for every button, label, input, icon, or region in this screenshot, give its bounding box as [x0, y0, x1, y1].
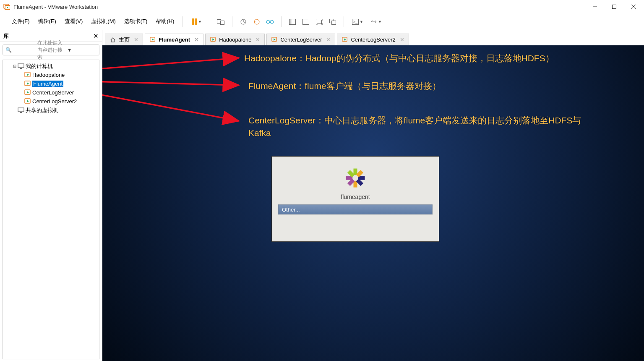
vm-icon	[24, 72, 31, 78]
pause-vm-button[interactable]: ▼	[187, 15, 206, 29]
annotation-flumeagent: FlumeAgent：flume客户端（与日志服务器对接）	[248, 80, 441, 92]
stretch-guest-button[interactable]: ▼	[367, 15, 385, 29]
svg-line-47	[102, 81, 239, 85]
svg-marker-40	[212, 38, 214, 40]
centos-other-user-button[interactable]: Other...	[278, 204, 433, 215]
vm-icon	[24, 89, 31, 96]
svg-rect-26	[20, 68, 22, 69]
menu-view[interactable]: 查看(V)	[60, 16, 87, 27]
svg-point-14	[266, 20, 270, 24]
close-tab-button[interactable]: ✕	[134, 37, 138, 43]
fullscreen-button[interactable]	[313, 15, 326, 29]
computer-icon	[17, 63, 25, 70]
tab-centerlogserver2[interactable]: CenterLogServer2 ✕	[337, 34, 409, 45]
tree-node-shared[interactable]: 共享的虚拟机	[5, 106, 97, 115]
centos-hostname: flumeagent	[341, 194, 370, 200]
close-tab-button[interactable]: ✕	[400, 37, 404, 43]
take-snapshot-button[interactable]	[237, 15, 250, 29]
show-single-button[interactable]	[299, 15, 313, 29]
svg-rect-35	[18, 108, 24, 112]
annotation-hadoopalone: Hadoopalone：Hadoop的伪分布式（与中心日志服务器对接，日志落地H…	[244, 52, 554, 65]
svg-marker-34	[27, 100, 29, 102]
svg-rect-19	[303, 19, 309, 24]
svg-marker-28	[27, 73, 29, 76]
tab-home[interactable]: 主页 ✕	[105, 34, 143, 45]
sidebar-search-input[interactable]: 🔍 在此处键入内容进行搜索 ▼	[3, 44, 99, 55]
svg-rect-5	[613, 5, 616, 9]
tree-node-my-computer[interactable]: ⊟ 我的计算机	[5, 62, 97, 71]
svg-rect-8	[192, 18, 194, 25]
minimize-button[interactable]	[585, 0, 605, 13]
vm-icon	[24, 81, 31, 87]
vm-console[interactable]: Hadoopalone：Hadoop的伪分布式（与中心日志服务器对接，日志落地H…	[102, 45, 644, 361]
svg-rect-25	[18, 64, 24, 68]
app-icon	[3, 3, 10, 10]
sidebar-close-button[interactable]: ✕	[93, 32, 99, 40]
library-sidebar: 库 ✕ 🔍 在此处键入内容进行搜索 ▼ ⊟ 我的计算机 Hadoopalone …	[0, 30, 102, 361]
tree-node-vm[interactable]: Hadoopalone	[5, 71, 97, 79]
svg-text:>_: >_	[353, 20, 358, 24]
svg-rect-22	[332, 21, 336, 24]
send-ctrlaltdel-button[interactable]	[214, 15, 228, 29]
shared-vm-icon	[17, 107, 25, 114]
manage-snapshot-button[interactable]	[263, 15, 277, 29]
main-area: 主页 ✕ FlumeAgent ✕ Hadoopalone ✕ CenterLo…	[102, 30, 644, 361]
tab-hadoopalone[interactable]: Hadoopalone ✕	[205, 34, 265, 45]
search-icon: 🔍	[5, 47, 35, 53]
vm-icon	[149, 37, 156, 43]
close-tab-button[interactable]: ✕	[256, 37, 260, 43]
home-icon	[110, 37, 116, 43]
svg-marker-38	[152, 38, 154, 40]
tree-node-vm[interactable]: FlumeAgent	[5, 79, 97, 88]
svg-rect-36	[20, 112, 22, 113]
close-tab-button[interactable]: ✕	[326, 37, 331, 43]
svg-line-48	[102, 91, 239, 121]
svg-rect-9	[195, 18, 197, 25]
window-title: FlumeAgent - VMware Workstation	[13, 4, 585, 10]
menu-help[interactable]: 帮助(H)	[151, 16, 178, 27]
vm-icon	[24, 98, 31, 105]
main-toolbar: 文件(F) 编辑(E) 查看(V) 虚拟机(M) 选项卡(T) 帮助(H) ▼ …	[0, 13, 644, 30]
separator	[344, 16, 344, 27]
sidebar-title: 库	[3, 32, 93, 40]
tab-flumeagent[interactable]: FlumeAgent ✕	[145, 34, 203, 45]
separator	[232, 16, 232, 27]
centos-logo-icon	[344, 167, 367, 189]
svg-rect-11	[221, 21, 224, 24]
menu-edit[interactable]: 编辑(E)	[34, 16, 60, 27]
svg-marker-30	[27, 82, 29, 85]
vm-icon	[210, 37, 216, 43]
unity-button[interactable]	[326, 15, 339, 29]
search-placeholder: 在此处键入内容进行搜索	[37, 39, 67, 61]
library-tree: ⊟ 我的计算机 Hadoopalone FlumeAgent CenterLog…	[3, 60, 99, 359]
svg-rect-20	[317, 20, 322, 24]
tab-centerlogserver[interactable]: CenterLogServer ✕	[266, 34, 335, 45]
console-view-button[interactable]: >_▼	[348, 15, 367, 29]
separator	[210, 16, 210, 27]
svg-rect-18	[289, 19, 292, 24]
close-button[interactable]	[624, 0, 643, 13]
tree-node-vm[interactable]: CenterLogServer2	[5, 97, 97, 106]
revert-snapshot-button[interactable]	[250, 15, 263, 29]
centos-login-box: flumeagent Other...	[271, 156, 439, 242]
dropdown-caret-icon: ▼	[198, 20, 202, 24]
svg-point-15	[270, 20, 274, 24]
svg-marker-44	[344, 38, 346, 40]
svg-marker-42	[274, 38, 276, 40]
tree-node-vm[interactable]: CenterLogServer	[5, 88, 97, 97]
tab-bar: 主页 ✕ FlumeAgent ✕ Hadoopalone ✕ CenterLo…	[102, 33, 644, 45]
annotation-centerlogserver: CenterLogServer：中心日志服务器，将flume客户端发送来的日志分…	[248, 114, 601, 140]
maximize-button[interactable]	[605, 0, 624, 13]
close-tab-button[interactable]: ✕	[194, 37, 199, 43]
dropdown-caret-icon: ▼	[378, 20, 382, 24]
vm-icon	[342, 37, 348, 43]
menu-tabs[interactable]: 选项卡(T)	[120, 16, 152, 27]
collapse-icon[interactable]: ⊟	[12, 64, 17, 68]
svg-marker-32	[27, 91, 29, 94]
menu-file[interactable]: 文件(F)	[8, 16, 34, 27]
show-sidebar-button[interactable]	[286, 15, 299, 29]
svg-line-46	[102, 58, 239, 71]
vm-icon	[271, 37, 278, 43]
separator	[281, 16, 282, 27]
menu-vm[interactable]: 虚拟机(M)	[87, 16, 120, 27]
